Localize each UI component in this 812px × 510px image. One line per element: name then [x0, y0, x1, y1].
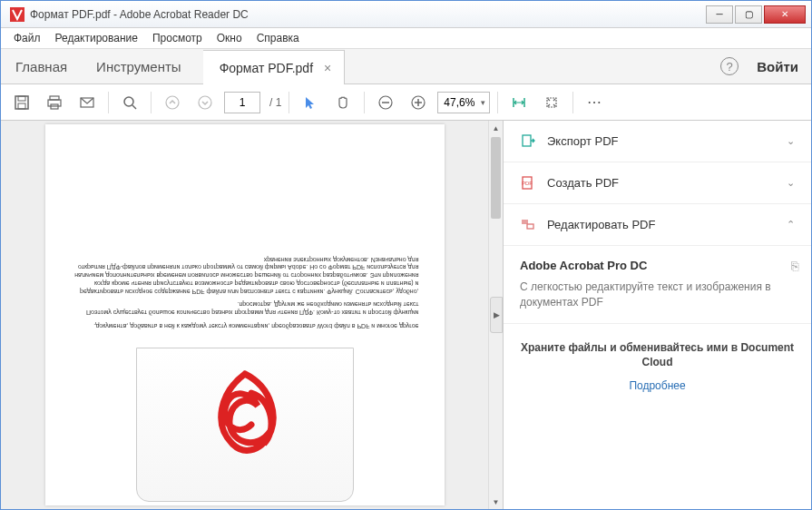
side-item-edit[interactable]: Редактировать PDF ⌃ [504, 204, 811, 246]
app-icon [10, 7, 24, 22]
selection-tool-icon[interactable] [297, 89, 324, 116]
fit-width-icon[interactable] [505, 89, 533, 116]
svg-point-10 [166, 96, 179, 109]
email-icon[interactable] [73, 89, 101, 116]
chevron-up-icon: ⌃ [787, 219, 795, 230]
svg-point-8 [124, 97, 133, 106]
toolbar: / 1 47,6% ⋯ [1, 84, 811, 121]
scroll-up-icon[interactable]: ▲ [489, 121, 503, 135]
chevron-down-icon: ⌄ [787, 135, 795, 147]
zoom-value: 47,6% [444, 96, 474, 109]
menu-window[interactable]: Окно [210, 30, 249, 46]
side-footer: Храните файлы и обменивайтесь ими в Docu… [504, 324, 811, 409]
document-page: документа, добавить в ней к каждому текс… [45, 124, 445, 505]
collapse-panel-icon[interactable]: ▶ [490, 297, 503, 333]
document-area[interactable]: документа, добавить в ней к каждому текс… [1, 121, 503, 509]
tab-document-label: Формат PDF.pdf [220, 61, 313, 75]
side-item-create[interactable]: PDF Создать PDF ⌄ [504, 162, 811, 204]
page-down-icon[interactable] [191, 89, 219, 116]
login-button[interactable]: Войти [751, 59, 804, 74]
save-icon[interactable] [8, 89, 35, 116]
side-item-label: Редактировать PDF [547, 218, 787, 231]
create-pdf-icon: PDF [520, 175, 536, 191]
tab-document[interactable]: Формат PDF.pdf × [203, 50, 346, 84]
menu-help[interactable]: Справка [249, 30, 307, 46]
detail-title: Adobe Acrobat Pro DC [520, 259, 795, 272]
close-button[interactable]: ✕ [764, 5, 806, 24]
menu-view[interactable]: Просмотр [145, 30, 210, 46]
footer-link[interactable]: Подробнее [629, 379, 685, 392]
tabbar: Главная Инструменты Формат PDF.pdf × ? В… [1, 48, 811, 84]
scroll-thumb[interactable] [491, 137, 501, 219]
document-text: документа, добавить в ней к каждому текс… [45, 250, 445, 329]
zoom-in-icon[interactable] [405, 89, 432, 116]
more-tools-icon[interactable]: ⋯ [581, 89, 608, 116]
side-item-export[interactable]: Экспорт PDF ⌄ [504, 121, 811, 162]
svg-rect-1 [15, 96, 28, 109]
menu-edit[interactable]: Редактирование [48, 30, 145, 46]
window-title: Формат PDF.pdf - Adobe Acrobat Reader DC [30, 8, 706, 21]
fit-page-icon[interactable] [538, 89, 565, 116]
svg-rect-24 [527, 224, 533, 229]
titlebar: Формат PDF.pdf - Adobe Acrobat Reader DC… [1, 1, 811, 28]
tab-home[interactable]: Главная [1, 49, 82, 83]
svg-line-9 [132, 105, 136, 109]
maximize-button[interactable]: ▢ [735, 5, 762, 24]
tab-close-icon[interactable]: × [324, 61, 331, 75]
chevron-down-icon: ⌄ [787, 177, 795, 189]
detail-text: С легкостью редактируйте текст и изображ… [520, 280, 795, 310]
zoom-select[interactable]: 47,6% [437, 92, 490, 113]
help-icon[interactable]: ? [720, 57, 739, 75]
export-pdf-icon [520, 133, 536, 150]
page-up-icon[interactable] [159, 89, 186, 116]
tab-tools[interactable]: Инструменты [82, 49, 196, 83]
svg-rect-3 [18, 103, 25, 109]
svg-text:PDF: PDF [522, 181, 533, 186]
page-number-input[interactable] [224, 92, 260, 113]
side-item-label: Экспорт PDF [547, 134, 787, 148]
page-total-label: / 1 [269, 96, 281, 109]
edit-pdf-icon [520, 217, 536, 233]
side-detail-panel: ⎘ Adobe Acrobat Pro DC С легкостью редак… [504, 246, 811, 324]
pdf-logo-icon [136, 348, 354, 502]
side-item-label: Создать PDF [547, 176, 787, 190]
svg-rect-20 [523, 135, 531, 146]
search-icon[interactable] [116, 89, 143, 116]
print-icon[interactable] [41, 89, 68, 116]
menubar: Файл Редактирование Просмотр Окно Справк… [1, 28, 811, 48]
footer-text: Храните файлы и обменивайтесь ими в Docu… [520, 340, 795, 371]
side-panel: ▶ Экспорт PDF ⌄ PDF Создать PDF ⌄ Редакт… [503, 121, 811, 509]
cloud-link-icon[interactable]: ⎘ [791, 259, 798, 273]
menu-file[interactable]: Файл [6, 30, 48, 46]
svg-point-11 [199, 96, 211, 109]
svg-rect-5 [48, 100, 61, 106]
scroll-down-icon[interactable]: ▼ [489, 495, 503, 509]
zoom-out-icon[interactable] [372, 89, 399, 116]
hand-tool-icon[interactable] [329, 89, 357, 116]
svg-rect-23 [522, 220, 528, 224]
minimize-button[interactable]: ─ [706, 5, 733, 24]
